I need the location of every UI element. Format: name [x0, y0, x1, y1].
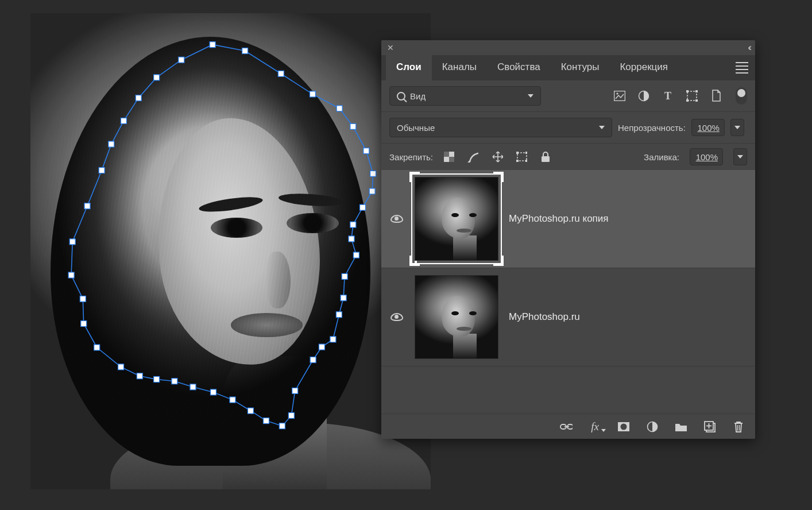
adjustment-layer-icon[interactable] [646, 420, 659, 433]
lock-label: Закрепить: [389, 152, 433, 162]
layer-filter-dropdown[interactable]: Вид [389, 86, 541, 106]
svg-rect-9 [444, 152, 449, 157]
tab-свойства[interactable]: Свойства [487, 55, 551, 80]
mask-icon[interactable] [617, 420, 630, 433]
close-icon[interactable]: ✕ [387, 43, 394, 52]
fill-stepper[interactable] [733, 148, 747, 165]
filter-type-icons: T [614, 90, 722, 102]
layer-name[interactable]: MyPhotoshop.ru копия [509, 213, 609, 225]
chevron-down-icon [734, 126, 740, 129]
svg-rect-16 [542, 156, 550, 162]
blend-mode-dropdown[interactable]: Обычные [389, 118, 612, 137]
layer-name[interactable]: MyPhotoshop.ru [509, 311, 580, 323]
svg-rect-15 [525, 160, 527, 162]
new-layer-icon[interactable] [703, 420, 716, 433]
svg-point-1 [616, 92, 618, 94]
filter-row: Вид T [381, 80, 755, 111]
chevron-down-icon [599, 126, 605, 129]
svg-rect-4 [686, 90, 689, 92]
filter-toggle-switch[interactable] [736, 87, 747, 105]
link-icon[interactable] [560, 420, 573, 433]
filter-label: Вид [410, 91, 426, 101]
lock-row: Закрепить: Заливка: 100% [381, 144, 755, 170]
fill-value[interactable]: 100% [690, 148, 723, 165]
svg-rect-12 [516, 152, 519, 154]
svg-rect-14 [516, 160, 519, 162]
svg-point-21 [621, 423, 627, 430]
fx-icon[interactable]: fx [589, 420, 601, 433]
image-filter-icon[interactable] [614, 90, 625, 102]
tab-каналы[interactable]: Каналы [432, 55, 487, 80]
panel-menu-icon[interactable] [736, 61, 748, 74]
lock-all-icon[interactable] [540, 151, 551, 163]
svg-rect-5 [695, 90, 698, 92]
chevron-down-icon [737, 155, 743, 159]
eye-icon [390, 215, 403, 223]
smartobject-filter-icon[interactable] [710, 90, 722, 102]
opacity-value[interactable]: 100% [691, 119, 725, 136]
svg-rect-6 [686, 99, 689, 102]
trash-icon[interactable] [732, 420, 745, 433]
svg-rect-7 [695, 99, 698, 102]
shape-filter-icon[interactable] [686, 90, 698, 102]
type-filter-icon[interactable]: T [662, 90, 674, 102]
panel-tabs: СлоиКаналыСвойстваКонтурыКоррекция [381, 55, 755, 80]
collapse-icon[interactable]: ‹‹ [748, 42, 749, 53]
adjustment-filter-icon[interactable] [638, 90, 649, 102]
search-icon [397, 92, 405, 101]
svg-rect-3 [687, 91, 697, 101]
layers-list: MyPhotoshop.ru копияMyPhotoshop.ru [381, 170, 755, 414]
svg-rect-11 [517, 153, 527, 161]
visibility-toggle[interactable] [389, 310, 404, 324]
tab-слои[interactable]: Слои [386, 55, 432, 80]
visibility-toggle[interactable] [389, 211, 404, 226]
lock-position-icon[interactable] [492, 151, 503, 163]
lock-artboard-icon[interactable] [516, 151, 527, 163]
lock-pixels-icon[interactable] [467, 151, 479, 163]
eye-icon [390, 313, 403, 321]
blend-mode-value: Обычные [397, 123, 435, 133]
svg-rect-10 [449, 157, 454, 162]
panel-titlebar[interactable]: ✕ ‹‹ [381, 40, 755, 55]
document-canvas[interactable] [30, 13, 431, 489]
layers-panel: ✕ ‹‹ СлоиКаналыСвойстваКонтурыКоррекция … [381, 40, 755, 439]
layer-row[interactable]: MyPhotoshop.ru копия [381, 170, 755, 268]
group-icon[interactable] [675, 420, 687, 433]
fill-label: Заливка: [644, 152, 679, 162]
opacity-stepper[interactable] [730, 119, 744, 136]
tab-контуры[interactable]: Контуры [551, 55, 610, 80]
photo-hair-strands [30, 13, 431, 489]
layer-row[interactable]: MyPhotoshop.ru [381, 268, 755, 366]
tab-коррекция[interactable]: Коррекция [609, 55, 678, 80]
opacity-label: Непрозрачность: [618, 123, 686, 133]
blend-row: Обычные Непрозрачность: 100% [381, 111, 755, 144]
layer-thumbnail[interactable] [415, 275, 498, 359]
chevron-down-icon [528, 94, 533, 98]
layer-thumbnail[interactable] [415, 177, 498, 261]
panel-footer: fx [381, 414, 755, 439]
svg-rect-13 [525, 152, 527, 154]
lock-transparency-icon[interactable] [443, 151, 455, 163]
